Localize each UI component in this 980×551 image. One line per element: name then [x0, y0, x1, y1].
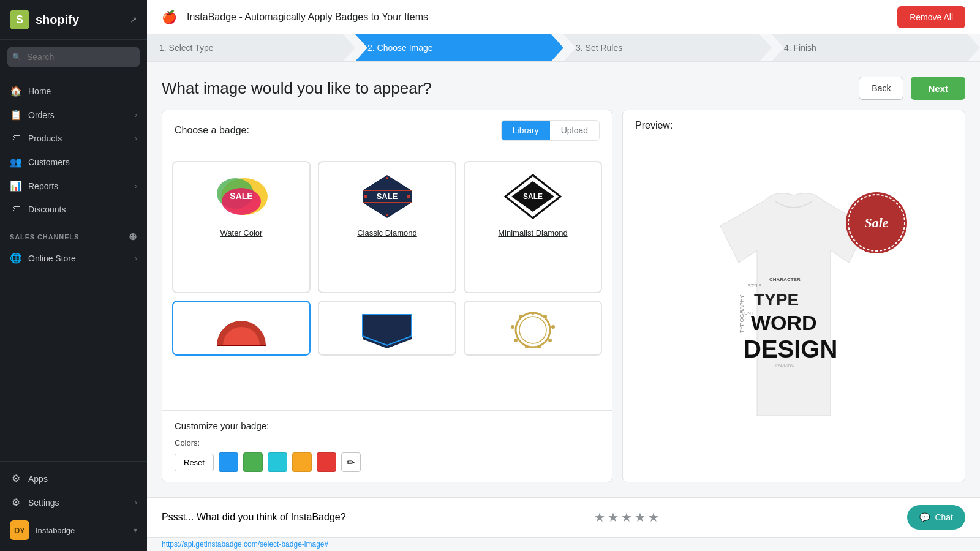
badge-img-classic-diamond: SALE: [356, 172, 418, 221]
svg-point-9: [386, 177, 388, 179]
chevron-right-icon: ›: [135, 111, 137, 119]
color-swatch-green[interactable]: [243, 452, 263, 472]
sidebar-item-discounts[interactable]: 🏷 Discounts: [0, 198, 147, 221]
sidebar-item-settings[interactable]: ⚙ Settings ›: [0, 490, 147, 514]
two-col-layout: Choose a badge: Library Upload: [162, 110, 965, 482]
star-1[interactable]: ★: [594, 510, 605, 525]
badge-panel: Choose a badge: Library Upload: [162, 110, 612, 482]
chevron-down-icon: ▾: [134, 526, 137, 534]
color-swatch-cyan[interactable]: [268, 452, 287, 472]
svg-text:TYPOGRAPHY: TYPOGRAPHY: [739, 294, 745, 333]
color-swatches: Reset ✏: [175, 452, 600, 472]
content-area: What image would you like to appear? Bac…: [147, 62, 980, 497]
badge-card-chevron[interactable]: [318, 301, 456, 356]
sidebar: S shopify ↗ 🏠 Home 📋 Orders › 🏷 Products…: [0, 0, 147, 551]
svg-text:CHARACTER: CHARACTER: [769, 277, 801, 282]
sidebar-item-home-label: Home: [28, 86, 51, 96]
preview-label: Preview:: [623, 110, 965, 141]
step-select-type[interactable]: 1. Select Type: [147, 34, 355, 61]
chat-icon: 💬: [919, 512, 930, 522]
badge-card-water-color[interactable]: SALE Water Color: [172, 161, 311, 293]
sidebar-logo-text: shopify: [36, 13, 79, 27]
color-swatch-yellow[interactable]: [292, 452, 312, 472]
home-icon: 🏠: [10, 85, 22, 97]
remove-all-button[interactable]: Remove All: [897, 6, 965, 28]
sales-channels-section: SALES CHANNELS ⊕: [0, 221, 147, 246]
badge-minimalist-diamond-label: Minimalist Diamond: [498, 228, 567, 238]
tab-library[interactable]: Library: [502, 121, 550, 140]
products-icon: 🏷: [10, 133, 22, 144]
sidebar-item-products[interactable]: 🏷 Products ›: [0, 127, 147, 150]
customize-title: Customize your badge:: [175, 421, 600, 431]
status-url: https://api.getinstabadge.com/select-bad…: [162, 540, 328, 549]
user-menu[interactable]: DY Instabadge ▾: [0, 514, 147, 546]
step-select-type-label: 1. Select Type: [159, 43, 213, 53]
badge-img-water-color: SALE: [211, 172, 272, 221]
chat-button[interactable]: 💬 Chat: [907, 505, 965, 530]
svg-text:SALE: SALE: [230, 191, 252, 201]
svg-point-26: [514, 339, 518, 342]
sidebar-item-reports-label: Reports: [28, 181, 58, 191]
add-sales-channel-icon[interactable]: ⊕: [129, 231, 137, 242]
step-finish[interactable]: 4. Finish: [772, 34, 980, 61]
orders-icon: 📋: [10, 109, 22, 121]
step-choose-image[interactable]: 2. Choose Image: [355, 34, 564, 61]
sidebar-item-home[interactable]: 🏠 Home: [0, 79, 147, 103]
next-button[interactable]: Next: [911, 77, 965, 100]
svg-point-21: [543, 315, 547, 318]
star-3[interactable]: ★: [621, 510, 632, 525]
color-swatch-blue[interactable]: [219, 452, 238, 472]
sidebar-item-apps[interactable]: ⚙ Apps: [0, 467, 147, 490]
badge-panel-title: Choose a badge:: [175, 125, 249, 136]
sidebar-search-wrap: [0, 40, 147, 74]
step-choose-image-label: 2. Choose Image: [368, 43, 433, 53]
preview-content: CHARACTER TYPE WORD DESIGN STYLE FONT TY…: [623, 141, 965, 482]
badge-grid: SALE Water Color: [162, 151, 612, 410]
online-store-icon: 🌐: [10, 252, 22, 264]
star-5[interactable]: ★: [648, 510, 659, 525]
color-reset-button[interactable]: Reset: [175, 454, 214, 471]
badge-card-minimalist-diamond[interactable]: SALE Minimalist Diamond: [464, 161, 602, 293]
badge-classic-diamond-label: Classic Diamond: [357, 228, 417, 238]
app-icon: 🍎: [162, 10, 177, 24]
color-picker-button[interactable]: ✏: [341, 452, 361, 472]
badge-img-seal: [502, 312, 564, 348]
sidebar-logo[interactable]: S shopify ↗: [0, 0, 147, 40]
badge-img-minimalist-diamond: SALE: [502, 172, 564, 221]
star-2[interactable]: ★: [608, 510, 619, 525]
chevron-right-icon: ›: [135, 182, 137, 190]
sidebar-item-customers[interactable]: 👥 Customers: [0, 150, 147, 174]
color-swatch-red[interactable]: [317, 452, 336, 472]
star-rating[interactable]: ★ ★ ★ ★ ★: [594, 510, 659, 525]
badge-card-seal[interactable]: [464, 301, 602, 356]
feedback-text: Pssst... What did you think of InstaBadg…: [162, 512, 346, 523]
sidebar-item-reports[interactable]: 📊 Reports ›: [0, 174, 147, 198]
tab-upload[interactable]: Upload: [550, 121, 599, 140]
sidebar-item-orders[interactable]: 📋 Orders ›: [0, 103, 147, 127]
chevron-right-icon: ›: [135, 498, 137, 507]
back-button[interactable]: Back: [859, 77, 903, 100]
step-set-rules-label: 3. Set Rules: [576, 43, 622, 53]
badge-tabs: Library Upload: [501, 120, 600, 141]
external-link-icon[interactable]: ↗: [130, 15, 137, 24]
star-4[interactable]: ★: [635, 510, 646, 525]
customize-section: Customize your badge: Colors: Reset ✏: [162, 410, 612, 482]
svg-text:STYLE: STYLE: [748, 283, 762, 288]
feedback-bar: Pssst... What did you think of InstaBadg…: [147, 497, 980, 537]
svg-text:DESIGN: DESIGN: [744, 335, 837, 362]
avatar: DY: [10, 520, 29, 540]
svg-text:WORD: WORD: [751, 311, 817, 334]
apps-icon: ⚙: [10, 473, 22, 484]
step-set-rules[interactable]: 3. Set Rules: [564, 34, 772, 61]
badge-card-classic-diamond[interactable]: SALE Classic Diamond: [318, 161, 456, 293]
svg-point-28: [519, 315, 522, 318]
badge-img-half-circle: [211, 312, 272, 348]
sidebar-item-online-store[interactable]: 🌐 Online Store ›: [0, 246, 147, 270]
badge-water-color-label: Water Color: [221, 228, 263, 238]
svg-text:SALE: SALE: [523, 192, 543, 201]
search-input[interactable]: [7, 47, 140, 67]
topbar: 🍎 InstaBadge - Automagically Apply Badge…: [147, 0, 980, 34]
badge-card-half-circle[interactable]: [172, 301, 311, 356]
svg-text:Sale: Sale: [864, 215, 888, 230]
sidebar-item-products-label: Products: [28, 133, 62, 143]
